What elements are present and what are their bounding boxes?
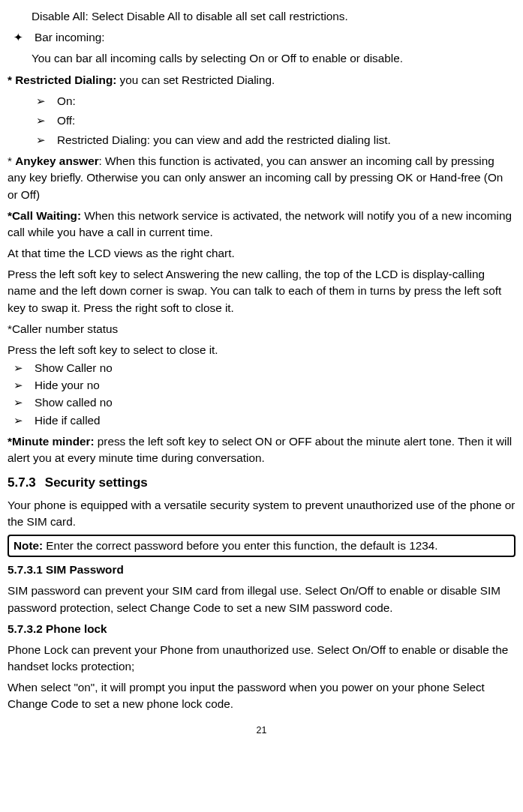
arrow-bullet-icon: ➢ (14, 377, 35, 394)
restricted-on-row: ➢ On: (8, 93, 515, 109)
arrow-bullet-icon: ➢ (14, 394, 35, 411)
sim-password-heading: 5.7.3.1 SIM Password (8, 562, 515, 578)
security-num: 5.7.3 (8, 474, 36, 493)
callwaiting-para3: Press the left soft key to select Answer… (8, 266, 515, 316)
sim-password-text: SIM password can prevent your SIM card f… (8, 583, 515, 616)
restricted-off-label: Off: (57, 112, 515, 129)
note-bold: Note: (14, 539, 43, 552)
phone-lock-p2: When select "on", it will prompt you inp… (8, 679, 515, 712)
anykey-para: * Anykey answer: When this function is a… (8, 153, 515, 203)
restricted-list-text: Restricted Dialing: you can view and add… (57, 132, 515, 148)
phone-lock-heading: 5.7.3.2 Phone lock (8, 621, 515, 637)
restricted-on-label: On: (57, 93, 515, 109)
restricted-dialing-bold: * Restricted Dialing: (8, 73, 116, 86)
anykey-bold: Anykey answer (15, 154, 98, 167)
arrow-bullet-icon: ➢ (36, 112, 57, 129)
callwaiting-para1: *Call Waiting: When this network service… (8, 208, 515, 241)
disable-all-text: Disable All: Select Disable All to disab… (8, 8, 515, 25)
callwaiting-para2: At that time the LCD views as the right … (8, 245, 515, 262)
caller-row-b: ➢ Hide your no (8, 377, 515, 394)
restricted-dialing-heading: * Restricted Dialing: you can set Restri… (8, 72, 515, 88)
callerstatus-p1: Press the left soft key to select to clo… (8, 342, 515, 358)
phone-lock-p1: Phone Lock can prevent your Phone from u… (8, 642, 515, 675)
security-heading: 5.7.3 Security settings (8, 474, 515, 493)
caller-row-a: ➢ Show Caller no (8, 360, 515, 376)
bar-incoming-row: ✦ Bar incoming: (8, 29, 515, 46)
bar-incoming-label: Bar incoming: (35, 29, 515, 46)
bar-incoming-text: You can bar all incoming calls by select… (8, 50, 515, 67)
callwaiting-bold: *Call Waiting: (8, 209, 81, 222)
security-intro: Your phone is equipped with a versatile … (8, 497, 515, 530)
arrow-bullet-icon: ➢ (36, 93, 57, 109)
caller-d: Hide if called (35, 412, 515, 429)
caller-row-d: ➢ Hide if called (8, 412, 515, 429)
anykey-prefix: * (8, 154, 15, 167)
arrow-bullet-icon: ➢ (14, 412, 35, 429)
restricted-off-row: ➢ Off: (8, 112, 515, 129)
callwaiting-rest: When this network service is activated, … (8, 209, 512, 238)
diamond-bullet-icon: ✦ (14, 29, 35, 46)
page-number: 21 (8, 724, 515, 737)
security-title: Security settings (45, 474, 148, 493)
note-box: Note: Enter the correct password before … (8, 535, 515, 557)
caller-b: Hide your no (35, 377, 515, 394)
callerstatus-title: *Caller number status (8, 321, 515, 337)
caller-row-c: ➢ Show called no (8, 394, 515, 411)
restricted-dialing-rest: you can set Restricted Dialing. (116, 73, 275, 86)
caller-a: Show Caller no (35, 360, 515, 376)
restricted-list-row: ➢ Restricted Dialing: you can view and a… (8, 132, 515, 148)
minute-para: *Minute minder: press the left soft key … (8, 433, 515, 466)
caller-c: Show called no (35, 394, 515, 411)
arrow-bullet-icon: ➢ (14, 360, 35, 376)
minute-bold: *Minute minder: (8, 435, 95, 448)
arrow-bullet-icon: ➢ (36, 132, 57, 148)
note-rest: Enter the correct password before you en… (43, 539, 437, 552)
